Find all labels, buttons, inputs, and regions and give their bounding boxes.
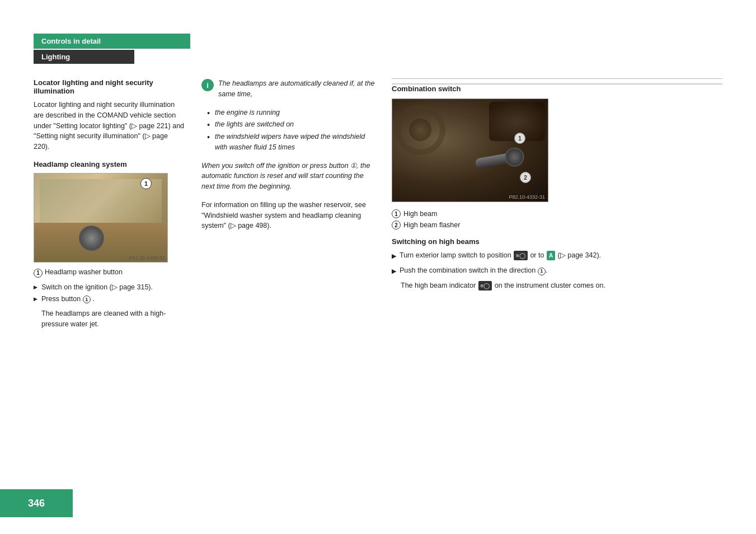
high-beam-title: Switching on high beams <box>392 237 722 246</box>
bullet-press: Press button 1 . <box>34 294 185 305</box>
headlamp-image-inner: 1 P54.25-4493-31 <box>34 174 167 262</box>
bullet-wipers-text: the windshield wipers have wiped the win… <box>215 133 365 151</box>
switch-cap-1: 1 High beam <box>392 209 722 218</box>
switch-img-ref: P82.10-4332-31 <box>509 194 545 200</box>
bullet-engine-text: the engine is running <box>215 109 280 116</box>
header-bar: Controls in detail Lighting <box>34 34 722 64</box>
left-column: Locator lighting and night security illu… <box>34 78 196 500</box>
middle-column: i The headlamps are automatically cleane… <box>196 78 386 500</box>
press-button-text: Press button <box>41 295 81 303</box>
arrow-2: ▶ <box>392 266 396 276</box>
high-beam-subtext: The high beam indicator ≡◯ on the instru… <box>401 280 722 291</box>
bullet-engine: the engine is running <box>207 107 375 118</box>
info-box: i The headlamps are automatically cleane… <box>201 78 375 100</box>
lever-end-knob <box>504 146 525 168</box>
switch-circle-2: 2 <box>520 172 531 183</box>
switch-cap-label-1: High beam <box>403 210 437 218</box>
italic-para: When you switch off the ignition or pres… <box>201 161 375 192</box>
high-beam-bullet-1: ▶ Turn exterior lamp switch to position … <box>392 250 722 261</box>
hb-indicator-icon: ≡◯ <box>478 281 492 291</box>
switch-cap-2: 2 High beam flasher <box>392 220 722 229</box>
arrow-1: ▶ <box>392 251 396 261</box>
middle-bullets: the engine is running the lights are swi… <box>207 107 375 153</box>
headlamp-subtext: The headlamps are cleaned with a high-pr… <box>41 308 185 330</box>
right-column: Combination switch 1 2 P82.10-4332-31 <box>386 78 722 500</box>
high-beam-bullet-2: ▶ Push the combination switch in the dir… <box>392 265 722 276</box>
info-text: The headlamps are automatically cleaned … <box>218 78 375 100</box>
controls-title: Controls in detail <box>34 34 190 49</box>
position-icon-2: A <box>547 251 555 260</box>
lighting-label: Lighting <box>34 50 134 64</box>
bullet-lights: the lights are switched on <box>207 119 375 130</box>
locator-title: Locator lighting and night security illu… <box>34 78 185 95</box>
normal-para: For information on filling up the washer… <box>201 200 375 231</box>
switch-cap-num-2: 2 <box>392 221 401 229</box>
position-icon-1: ≡◯ <box>514 251 528 260</box>
steering-center <box>409 119 431 141</box>
locator-body: Locator lighting and night security illu… <box>34 100 185 152</box>
headlamp-cap-num: 1 <box>34 269 43 278</box>
headlamp-caption: 1 Headlamp washer button <box>34 268 185 278</box>
hb-circle-1: 1 <box>538 268 546 275</box>
headlamp-cap-text: Headlamp washer button <box>45 268 123 276</box>
lever-body <box>475 151 520 169</box>
combination-switch-title: Combination switch <box>392 83 722 93</box>
combination-divider <box>392 78 722 79</box>
press-button-end: . <box>92 295 94 303</box>
headlamp-bullets: Switch on the ignition (▷ page 315). Pre… <box>34 282 185 305</box>
page-number: 346 <box>28 498 45 509</box>
hb-bullet2-text: Push the combination switch in the direc… <box>400 265 547 276</box>
headlamp-img-ref: P54.25-4493-31 <box>129 255 165 261</box>
info-icon: i <box>201 79 214 91</box>
main-content: Locator lighting and night security illu… <box>34 78 722 500</box>
switch-cap-label-2: High beam flasher <box>403 221 460 229</box>
high-beam-section: Switching on high beams ▶ Turn exterior … <box>392 237 722 291</box>
hb-bullet1-text: Turn exterior lamp switch to position ≡◯… <box>400 250 601 261</box>
page-footer: 346 <box>0 489 73 517</box>
headlamp-image: 1 P54.25-4493-31 <box>34 173 168 263</box>
combination-switch-image: 1 2 P82.10-4332-31 <box>392 99 548 202</box>
switch-interior: 1 2 P82.10-4332-31 <box>392 99 548 202</box>
press-button-num: 1 <box>83 296 91 303</box>
headlamp-circle-1: 1 <box>140 178 152 189</box>
switch-circle-1: 1 <box>514 133 525 144</box>
headlamp-title: Headlamp cleaning system <box>34 160 185 168</box>
bullet-wipers: the windshield wipers have wiped the win… <box>207 132 375 153</box>
bullet-ignition: Switch on the ignition (▷ page 315). <box>34 282 185 293</box>
italic-para-text: When you switch off the ignition or pres… <box>201 162 370 191</box>
bullet-lights-text: the lights are switched on <box>215 120 294 128</box>
switch-cap-num-1: 1 <box>392 209 401 218</box>
